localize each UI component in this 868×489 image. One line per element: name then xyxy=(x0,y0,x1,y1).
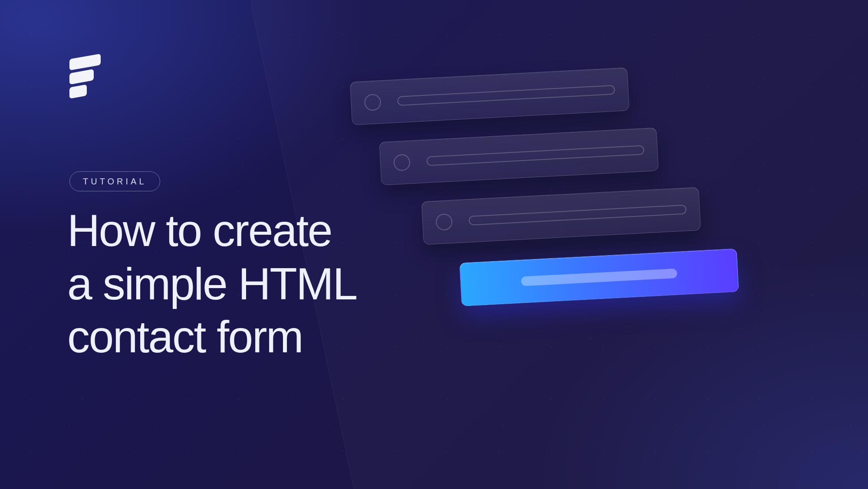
page-title: How to create a simple HTML contact form xyxy=(67,204,357,364)
form-field-placeholder xyxy=(421,187,701,245)
form-field-placeholder xyxy=(379,128,658,185)
brand-logo-icon xyxy=(69,56,104,100)
radio-icon xyxy=(435,213,453,231)
input-placeholder-bar xyxy=(426,145,644,166)
form-visualization xyxy=(350,57,831,325)
category-badge: TUTORIAL xyxy=(69,171,160,191)
form-submit-placeholder xyxy=(459,249,739,306)
category-badge-label: TUTORIAL xyxy=(83,177,147,187)
radio-icon xyxy=(364,94,381,111)
input-placeholder-bar xyxy=(469,204,687,225)
headline-line-2: a simple HTML xyxy=(67,257,357,311)
input-placeholder-bar xyxy=(397,85,615,106)
headline-line-3: contact form xyxy=(67,310,357,364)
submit-placeholder-bar xyxy=(521,269,677,286)
headline-line-1: How to create xyxy=(67,204,357,257)
radio-icon xyxy=(393,154,411,171)
form-field-placeholder xyxy=(350,67,629,125)
